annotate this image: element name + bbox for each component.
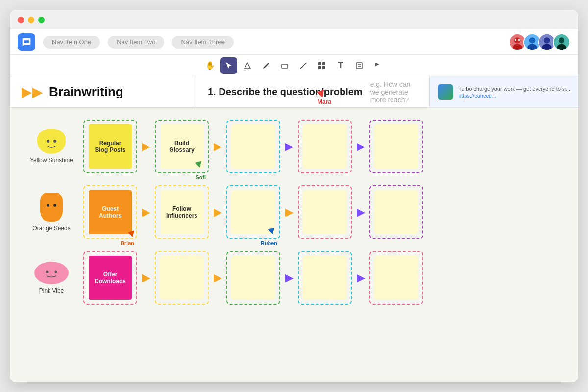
maximize-button[interactable] — [38, 17, 45, 23]
toolbar: ✋ T — [10, 55, 578, 76]
sticky-empty-row2-3 — [231, 190, 275, 234]
step-label: 1. Describe the question/problem — [208, 86, 363, 98]
persona-name-orange: Orange Seeds — [32, 225, 70, 232]
card-empty-row1-4[interactable] — [298, 120, 352, 173]
sticky-empty-row1-4 — [303, 124, 347, 169]
mask-tool[interactable] — [314, 57, 330, 74]
persona-pink-vibe: Pink Vibe — [29, 262, 74, 294]
shape-tool[interactable] — [239, 57, 256, 74]
row-pink-vibe: Pink Vibe Offer Downloads ▶ ▶ — [29, 251, 559, 305]
minimize-button[interactable] — [28, 17, 34, 23]
svg-rect-19 — [322, 66, 325, 69]
sofi-cursor-tri — [195, 161, 203, 168]
hand-tool[interactable]: ✋ — [202, 57, 219, 74]
card-sticky-orange-row2[interactable]: Guest Authors Brian — [83, 185, 137, 239]
svg-point-26 — [43, 196, 60, 220]
svg-rect-17 — [322, 62, 325, 65]
arrow-icon-4: ▶ — [357, 140, 365, 153]
sticky-offer-downloads[interactable]: Offer Downloads — [89, 256, 132, 300]
close-button[interactable] — [18, 17, 24, 23]
card-empty-row1-5[interactable] — [369, 120, 423, 173]
mara-cursor-arrow — [317, 90, 326, 99]
arrow-icon-row3-4: ▶ — [357, 271, 365, 284]
note-tool[interactable] — [351, 57, 368, 74]
svg-point-2 — [513, 44, 522, 50]
question-section: 1. Describe the question/problem e.g. Ho… — [196, 76, 429, 107]
brainwriting-header: ▶▶ Brainwriting — [10, 76, 196, 107]
arrow-icon-2: ▶ — [214, 140, 222, 153]
menu-item-1[interactable]: Nav Item One — [43, 36, 100, 49]
arrow-row1-3: ▶ — [280, 140, 298, 153]
promo-link[interactable]: https://concep... — [458, 93, 570, 98]
card-empty-row2-5[interactable] — [369, 185, 423, 239]
arrow-icon-row3-3: ▶ — [285, 271, 294, 284]
svg-point-23 — [41, 133, 62, 152]
eraser-tool[interactable] — [276, 57, 293, 74]
sticky-regular-blog[interactable]: Regular Blog Posts — [89, 124, 132, 169]
card-build-glossary[interactable]: Build Glossary Sofi — [155, 120, 209, 173]
svg-rect-16 — [318, 62, 321, 65]
menu-item-2[interactable]: Nav Item Two — [108, 36, 164, 49]
arrow-row2-4: ▶ — [352, 206, 369, 219]
persona-name-yellow: Yellow Sunshine — [30, 157, 73, 164]
sofi-cursor-label: Sofi — [196, 174, 206, 180]
arrow-icon-3: ▶ — [285, 140, 294, 153]
card-empty-row2-3[interactable]: Ruben — [226, 185, 280, 239]
promo-box[interactable]: Turbo charge your work — get everyone to… — [429, 76, 578, 107]
persona-yellow-sunshine: Yellow Sunshine — [29, 129, 74, 164]
card-sticky-yellow-row1[interactable]: Regular Blog Posts — [83, 120, 137, 173]
line-tool[interactable] — [295, 57, 312, 74]
arrow-row1-4: ▶ — [352, 140, 369, 153]
svg-point-29 — [48, 205, 49, 206]
arrow-row3-4: ▶ — [352, 271, 369, 284]
arrow-icon-row2-4: ▶ — [357, 206, 365, 219]
text-tool[interactable]: T — [332, 57, 349, 74]
sticky-guest-authors[interactable]: Guest Authors — [89, 190, 132, 234]
svg-point-24 — [47, 140, 49, 143]
menubar: Nav Item One Nav Item Two Nav Item Three — [10, 29, 578, 55]
sticky-empty-row3-2 — [160, 256, 204, 300]
card-empty-row3-2[interactable] — [155, 251, 209, 305]
arrow-row3-3: ▶ — [280, 271, 298, 284]
arrow-icon-1: ▶ — [142, 140, 150, 153]
svg-point-10 — [542, 44, 552, 50]
sticky-empty-row2-5 — [374, 190, 418, 234]
persona-orange-seeds: Orange Seeds — [29, 193, 74, 232]
avatar-group — [509, 33, 570, 51]
arrow-icon-row2-3: ▶ — [285, 206, 294, 219]
flag-tool[interactable] — [369, 57, 386, 74]
persona-name-pink: Pink Vibe — [39, 287, 64, 294]
menu-item-3[interactable]: Nav Item Three — [172, 36, 233, 49]
pen-tool[interactable] — [258, 57, 274, 74]
svg-point-30 — [54, 205, 55, 206]
svg-rect-14 — [282, 64, 288, 68]
card-follow-influencers[interactable]: Follow Influencers — [155, 185, 209, 239]
card-empty-row3-4[interactable] — [298, 251, 352, 305]
svg-rect-20 — [356, 63, 362, 69]
card-wrapper-row1-1: Regular Blog Posts — [83, 120, 137, 173]
arrow-row2-2: ▶ — [209, 206, 226, 219]
row-yellow-sunshine: Yellow Sunshine Regular Blog Posts ▶ Bui… — [29, 120, 559, 173]
avatar-4[interactable] — [553, 33, 570, 51]
content-area: Yellow Sunshine Regular Blog Posts ▶ Bui… — [10, 108, 578, 328]
arrow-row3-2: ▶ — [209, 271, 226, 284]
canvas: ▶▶ Brainwriting 1. Describe the question… — [10, 76, 578, 382]
svg-point-12 — [559, 37, 564, 43]
cursor-tool[interactable] — [220, 57, 237, 74]
arrow-icon-row3-2: ▶ — [214, 271, 222, 284]
arrow-row2-1: ▶ — [137, 206, 155, 219]
sticky-follow-influencers[interactable]: Follow Influencers — [160, 190, 203, 234]
card-sticky-pink-row3[interactable]: Offer Downloads — [83, 251, 137, 305]
card-wrapper-row1-2: Build Glossary Sofi — [155, 120, 209, 173]
sticky-build-glossary[interactable]: Build Glossary — [160, 124, 203, 169]
svg-point-9 — [544, 37, 550, 43]
promo-text: Turbo charge your work — get everyone to… — [458, 85, 570, 93]
card-empty-row2-4[interactable] — [298, 185, 352, 239]
svg-rect-18 — [318, 66, 321, 69]
card-empty-row3-5[interactable] — [369, 251, 423, 305]
brian-cursor-label: Brian — [121, 240, 134, 246]
card-empty-row1-3[interactable] — [226, 120, 280, 173]
mara-cursor: Mara — [318, 91, 331, 105]
promo-icon — [438, 84, 453, 100]
card-empty-row3-3[interactable] — [226, 251, 280, 305]
